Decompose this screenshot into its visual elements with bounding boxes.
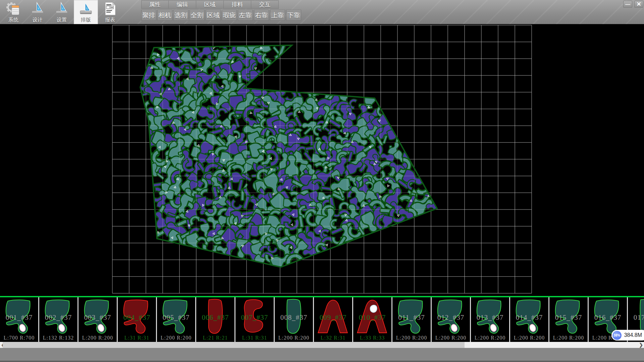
menu-top-3[interactable]: 区域 <box>196 0 224 9</box>
piece-thumbnail-015_#37[interactable]: 015_#37 L:200 R:200 <box>549 297 589 342</box>
piece-thumbnail-014_#37[interactable]: 014_#37 L:200 R:200 <box>510 297 549 342</box>
piece-id-label: 002_#37 <box>39 313 77 322</box>
report-icon <box>102 1 118 16</box>
piece-thumbnail-008_#37[interactable]: 008_#37 L:200 R:200 <box>275 297 314 342</box>
piece-id-label: 007_#37 <box>235 313 274 322</box>
menu-tool-3[interactable]: 选割 <box>173 10 189 21</box>
app-button-3[interactable]: 设置 <box>50 0 74 24</box>
status-bar <box>0 348 644 362</box>
piece-thumbnail-strip: 001_#37 L:700 R:700 002_#37 L:132 R:132 … <box>0 296 644 342</box>
app-button-label: 系统 <box>8 17 18 23</box>
piece-lr-label: L:31 R:31 <box>118 335 156 341</box>
app-button-label: 排版 <box>81 17 91 23</box>
piece-lr-label: L:21 R:21 <box>196 335 234 341</box>
scrollbar-thumb[interactable] <box>3 342 465 348</box>
menu-tool-4[interactable]: 全割 <box>190 10 205 21</box>
menu-tool-6[interactable]: 瑕疵 <box>222 10 237 21</box>
piece-id-label: 015_#37 <box>549 313 588 322</box>
piece-id-label: 011_#37 <box>392 313 431 322</box>
menu-tool-10[interactable]: 下靠 <box>286 10 301 21</box>
app-button-label: 设置 <box>57 17 67 23</box>
piece-thumbnail-013_#37[interactable]: 013_#37 L:200 R:200 <box>471 297 510 342</box>
menu-tool-1[interactable]: 聚排 <box>141 10 156 21</box>
piece-thumbnail-011_#37[interactable]: 011_#37 L:200 R:200 <box>392 297 432 342</box>
menu-tool-9[interactable]: 上靠 <box>270 10 285 21</box>
menu-panel: 属性编辑区域排料交互 聚排相机选割全割区域瑕疵左靠右靠上靠下靠 <box>137 0 617 24</box>
menu-top-5[interactable]: 交互 <box>251 0 279 9</box>
ruler-icon <box>30 1 45 16</box>
piece-lr-label: L:132 R:132 <box>39 335 77 341</box>
piece-lr-label: L:700 R:700 <box>0 335 38 341</box>
piece-thumbnail-010_#37[interactable]: 010_#37 L:33 R:33 <box>353 297 392 342</box>
piece-lr-label: L:200 R:200 <box>78 335 117 341</box>
piece-id-label: 006_#37 <box>196 313 234 322</box>
menu-tool-7[interactable]: 左靠 <box>238 10 253 21</box>
piece-id-label: 008_#37 <box>275 313 313 322</box>
app-button-1[interactable]: 系统 <box>1 0 25 24</box>
scroll-right-arrow-icon[interactable]: ❯ <box>638 342 644 348</box>
app-button-5[interactable]: 报表 <box>98 0 122 24</box>
piece-id-label: 001_#37 <box>0 313 38 322</box>
piece-lr-label: L:200 R:200 <box>549 335 588 341</box>
menu-top-row: 属性编辑区域排料交互 <box>141 0 279 9</box>
piece-id-label: 010_#37 <box>353 313 391 322</box>
piece-thumbnail-002_#37[interactable]: 002_#37 L:132 R:132 <box>39 297 78 342</box>
gear-notebook-icon <box>6 1 21 16</box>
menu-top-4[interactable]: 排料 <box>224 0 251 9</box>
piece-id-label: 012_#37 <box>432 313 470 322</box>
piece-id-label: 013_#37 <box>471 313 509 322</box>
piece-id-label: 017_#37 <box>628 313 644 322</box>
piece-id-label: 014_#37 <box>510 313 548 322</box>
menu-tool-2[interactable]: 相机 <box>157 10 172 21</box>
app-button-label: 设计 <box>33 17 43 23</box>
piece-lr-label: L:33 R:33 <box>353 335 391 341</box>
menu-top-2[interactable]: 编辑 <box>169 0 196 9</box>
memory-value: 384.8M <box>624 332 642 338</box>
piece-thumbnail-006_#37[interactable]: 006_#37 L:21 R:21 <box>196 297 235 342</box>
app-buttons: 系统 设计 设置 排版 报表 <box>1 0 122 24</box>
minimize-button[interactable]: — <box>623 1 632 8</box>
piece-thumbnail-009_#37[interactable]: 009_#37 L:32 R:31 <box>314 297 353 342</box>
piece-lr-label: L:200 R:200 <box>471 335 509 341</box>
piece-thumbnail-012_#37[interactable]: 012_#37 L:200 R:200 <box>432 297 471 342</box>
memory-badge[interactable]: 38% 384.8M <box>611 330 644 341</box>
piece-lr-label: L:32 R:31 <box>314 335 352 341</box>
piece-thumbnail-001_#37[interactable]: 001_#37 L:700 R:700 <box>0 297 39 342</box>
top-toolbar: 系统 设计 设置 排版 报表 属性编辑区域排料交互 聚排相机选割全割区域瑕疵左靠… <box>0 0 644 24</box>
piece-lr-label: L:200 R:200 <box>432 335 470 341</box>
menu-tools-row: 聚排相机选割全割区域瑕疵左靠右靠上靠下靠 <box>141 10 301 21</box>
piece-lr-label: L:200 R:200 <box>392 335 431 341</box>
piece-id-label: 009_#37 <box>314 313 352 322</box>
menu-top-1[interactable]: 属性 <box>141 0 169 9</box>
piece-lr-label: L:200 R:200 <box>157 335 195 341</box>
app-button-label: 报表 <box>105 17 115 23</box>
menu-tool-5[interactable]: 区域 <box>206 10 221 21</box>
piece-thumbnail-004_#37[interactable]: 004_#37 L:31 R:31 <box>118 297 157 342</box>
piece-id-label: 005_#37 <box>157 313 195 322</box>
window-controls: — ✕ <box>623 1 643 8</box>
horizontal-scrollbar[interactable]: ❮ ❯ <box>0 342 644 348</box>
nesting-canvas[interactable] <box>0 24 644 296</box>
ruler-icon <box>78 1 94 16</box>
ruler-icon <box>54 1 69 16</box>
piece-thumbnail-007_#37[interactable]: 007_#37 L:31 R:31 <box>235 297 275 342</box>
piece-thumbnail-003_#37[interactable]: 003_#37 L:200 R:200 <box>78 297 118 342</box>
piece-lr-label: L:31 R:31 <box>235 335 274 341</box>
close-button[interactable]: ✕ <box>634 1 643 8</box>
piece-id-label: 016_#37 <box>589 313 627 322</box>
piece-thumbnail-005_#37[interactable]: 005_#37 L:200 R:200 <box>157 297 196 342</box>
menu-tool-8[interactable]: 右靠 <box>254 10 269 21</box>
app-button-2[interactable]: 设计 <box>25 0 50 24</box>
nesting-canvas-svg <box>0 24 644 296</box>
piece-lr-label: L:200 R:200 <box>510 335 548 341</box>
piece-id-label: 004_#37 <box>118 313 156 322</box>
app-button-4[interactable]: 排版 <box>74 0 98 24</box>
memory-percent-circle: 38% <box>612 331 622 340</box>
piece-id-label: 003_#37 <box>78 313 117 322</box>
piece-lr-label: L:200 R:200 <box>275 335 313 341</box>
